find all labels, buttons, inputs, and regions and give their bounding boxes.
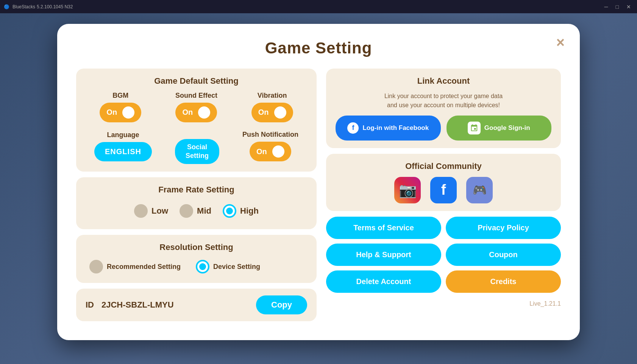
- game-setting-modal: Game Setting × Game Default Setting BGM …: [57, 24, 580, 341]
- modal-title: Game Setting: [76, 39, 561, 57]
- discord-icon: 🎮: [473, 183, 487, 197]
- google-signin-button[interactable]: Google Sign-in: [447, 116, 552, 141]
- id-label: ID: [86, 300, 94, 310]
- sound-circle: [198, 106, 210, 119]
- framerate-high-label: High: [240, 206, 259, 216]
- minimize-btn[interactable]: ─: [602, 3, 610, 11]
- settings-row2: Language ENGLISH - Social Setting Push N…: [86, 128, 307, 164]
- resolution-row: Recommended Setting Device Setting: [86, 258, 307, 275]
- social-icons-row: 📷 f 🎮: [336, 177, 551, 203]
- push-state: On: [256, 147, 267, 156]
- frame-rate-section: Frame Rate Setting Low Mid High: [76, 177, 317, 229]
- coupon-button[interactable]: Coupon: [446, 244, 561, 266]
- resolution-device[interactable]: Device Setting: [196, 260, 260, 273]
- privacy-policy-button[interactable]: Privacy Policy: [446, 217, 561, 239]
- credits-button[interactable]: Credits: [446, 270, 561, 293]
- modal-content: Game Default Setting BGM On Sound Effect: [76, 69, 561, 322]
- framerate-mid-radio: [180, 204, 193, 218]
- id-row: ID 2JCH-SBZL-LMYU Copy: [76, 289, 317, 321]
- resolution-title: Resolution Setting: [86, 242, 307, 252]
- gamepad-icon: [468, 122, 481, 134]
- social-setting-group: - Social Setting: [175, 128, 219, 164]
- bgm-label: BGM: [112, 92, 128, 100]
- close-modal-button[interactable]: ×: [556, 35, 565, 50]
- app-logo: 🔵: [4, 4, 9, 9]
- resolution-recommended[interactable]: Recommended Setting: [89, 260, 181, 273]
- language-group: Language ENGLISH: [94, 131, 152, 161]
- instagram-icon: 📷: [399, 182, 417, 198]
- community-section: Official Community 📷 f 🎮: [326, 154, 561, 211]
- game-default-section: Game Default Setting BGM On Sound Effect: [76, 69, 317, 172]
- framerate-mid-label: Mid: [197, 206, 211, 216]
- framerate-low[interactable]: Low: [134, 204, 168, 218]
- framerate-mid[interactable]: Mid: [180, 204, 211, 218]
- language-button[interactable]: ENGLISH: [94, 142, 152, 161]
- game-default-title: Game Default Setting: [86, 76, 307, 86]
- bgm-state: On: [106, 108, 117, 117]
- left-panel: Game Default Setting BGM On Sound Effect: [76, 69, 317, 322]
- resolution-recommended-radio: [89, 260, 103, 273]
- social-setting-button[interactable]: Social Setting: [175, 139, 219, 164]
- facebook-login-label: Log-in with Facebook: [362, 124, 429, 132]
- app-version: 5.2.100.1045 N32: [37, 4, 73, 9]
- resolution-section: Resolution Setting Recommended Setting D…: [76, 235, 317, 283]
- facebook-icon: f: [347, 122, 359, 134]
- terms-of-service-button[interactable]: Terms of Service: [326, 217, 441, 239]
- push-toggle[interactable]: On: [250, 142, 291, 161]
- bgm-group: BGM On: [100, 92, 141, 122]
- language-label: Language: [107, 131, 139, 139]
- sound-label: Sound Effect: [175, 92, 217, 100]
- sound-group: Sound Effect On: [175, 92, 217, 122]
- link-account-title: Link Account: [336, 76, 551, 86]
- topbar: 🔵 BlueStacks 5.2.100.1045 N32 ─ □ ✕: [0, 0, 637, 13]
- vibration-toggle[interactable]: On: [251, 103, 293, 122]
- vibration-state: On: [258, 108, 269, 117]
- facebook-community-button[interactable]: f: [430, 177, 457, 203]
- facebook-community-icon: f: [441, 182, 446, 198]
- sound-state: On: [182, 108, 193, 117]
- close-window-btn[interactable]: ✕: [624, 3, 633, 11]
- vibration-group: Vibration On: [251, 92, 293, 122]
- link-account-section: Link Account Link your account to protec…: [326, 69, 561, 148]
- maximize-btn[interactable]: □: [614, 3, 621, 11]
- delete-account-button[interactable]: Delete Account: [326, 270, 441, 293]
- bgm-circle: [122, 106, 134, 119]
- right-panel: Link Account Link your account to protec…: [326, 69, 561, 322]
- push-label: Push Notification: [242, 131, 298, 139]
- framerate-high-radio: [223, 204, 236, 218]
- push-circle: [272, 145, 284, 158]
- community-title: Official Community: [336, 161, 551, 171]
- framerate-high[interactable]: High: [223, 204, 259, 218]
- vibration-label: Vibration: [258, 92, 287, 100]
- auth-buttons: f Log-in with Facebook Google Sign-in: [336, 116, 551, 141]
- toggles-row: BGM On Sound Effect On: [86, 92, 307, 122]
- push-group: Push Notification On: [242, 131, 298, 161]
- bgm-toggle[interactable]: On: [100, 103, 141, 122]
- vibration-circle: [274, 106, 286, 119]
- link-account-description: Link your account to protect your game d…: [336, 92, 551, 110]
- google-signin-label: Google Sign-in: [484, 124, 530, 132]
- copy-button[interactable]: Copy: [256, 295, 307, 314]
- framerate-low-radio: [134, 204, 148, 218]
- sound-toggle[interactable]: On: [175, 103, 217, 122]
- framerate-low-label: Low: [151, 206, 168, 216]
- id-value: 2JCH-SBZL-LMYU: [101, 300, 248, 310]
- discord-button[interactable]: 🎮: [466, 177, 493, 203]
- resolution-recommended-label: Recommended Setting: [107, 263, 181, 271]
- instagram-button[interactable]: 📷: [394, 177, 421, 203]
- facebook-login-button[interactable]: f Log-in with Facebook: [336, 116, 441, 141]
- help-support-button[interactable]: Help & Support: [326, 244, 441, 266]
- app-title: BlueStacks: [12, 4, 35, 9]
- window-controls: ─ □ ✕: [602, 3, 633, 11]
- version-text: Live_1.21.1: [326, 300, 561, 307]
- frame-rate-title: Frame Rate Setting: [86, 185, 307, 195]
- resolution-device-label: Device Setting: [213, 263, 260, 271]
- resolution-device-radio: [196, 260, 209, 273]
- framerate-row: Low Mid High: [86, 200, 307, 222]
- action-buttons: Terms of Service Privacy Policy Help & S…: [326, 217, 561, 293]
